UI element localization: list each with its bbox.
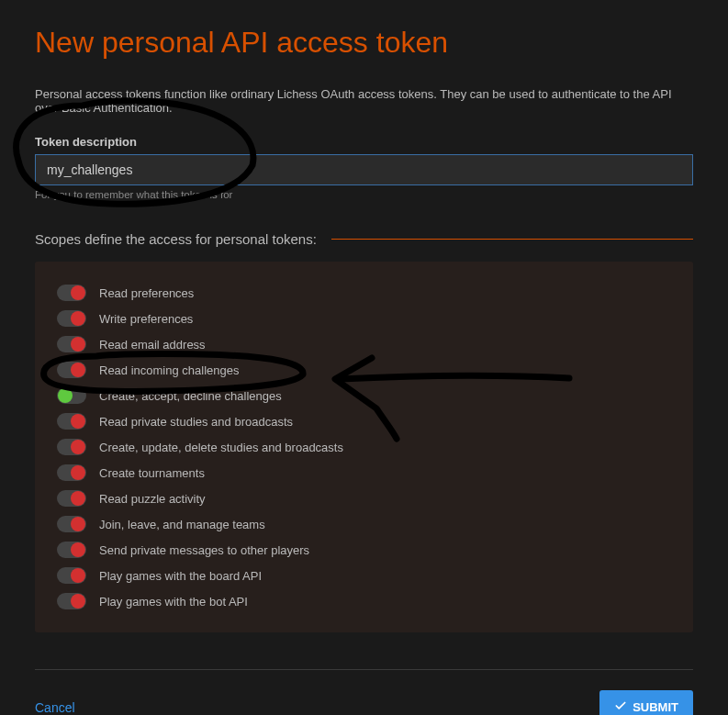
- toggle-knob: [71, 465, 85, 480]
- scope-label: Read puzzle activity: [99, 492, 206, 506]
- toggle-knob: [71, 517, 85, 531]
- cancel-button[interactable]: Cancel: [35, 700, 75, 715]
- scope-row: Read email address: [57, 331, 671, 357]
- scope-label: Read incoming challenges: [99, 363, 239, 377]
- scope-toggle[interactable]: [57, 310, 86, 327]
- scope-row: Read preferences: [57, 280, 671, 306]
- toggle-knob: [71, 311, 85, 326]
- toggle-knob: [71, 337, 85, 352]
- scope-toggle[interactable]: [57, 516, 86, 532]
- scope-row: Send private messages to other players: [57, 537, 671, 563]
- scope-row: Create, update, delete studies and broad…: [57, 434, 671, 460]
- scope-toggle[interactable]: [57, 413, 86, 430]
- scope-row: Play games with the board API: [57, 563, 671, 588]
- scope-toggle[interactable]: [57, 490, 86, 507]
- scope-label: Read preferences: [99, 286, 194, 300]
- scope-toggle[interactable]: [57, 387, 86, 404]
- scope-toggle[interactable]: [57, 567, 86, 584]
- token-description-hint: For you to remember what this token is f…: [35, 189, 693, 200]
- toggle-knob: [71, 568, 85, 583]
- scope-toggle[interactable]: [57, 439, 86, 455]
- scope-label: Create, update, delete studies and broad…: [99, 441, 343, 454]
- scope-label: Play games with the bot API: [99, 595, 248, 609]
- footer: Cancel SUBMIT: [35, 669, 693, 715]
- toggle-knob: [71, 542, 85, 557]
- scope-toggle[interactable]: [57, 285, 86, 301]
- token-description-input[interactable]: [35, 154, 693, 185]
- toggle-knob: [71, 363, 85, 377]
- scope-row: Read incoming challenges: [57, 357, 671, 383]
- scope-row: Read private studies and broadcasts: [57, 408, 671, 434]
- toggle-knob: [71, 594, 85, 609]
- scope-label: Create tournaments: [99, 466, 205, 480]
- token-description-field: Token description For you to remember wh…: [35, 135, 693, 200]
- scope-label: Write preferences: [99, 312, 193, 326]
- scope-row: Write preferences: [57, 306, 671, 331]
- scope-label: Read private studies and broadcasts: [99, 415, 293, 429]
- scopes-panel: Read preferencesWrite preferencesRead em…: [35, 262, 693, 632]
- scope-label: Create, accept, decline challenges: [99, 389, 282, 403]
- toggle-knob: [71, 414, 85, 429]
- page-description: Personal access tokens function like ord…: [35, 87, 693, 115]
- scope-toggle[interactable]: [57, 542, 86, 558]
- scope-label: Read email address: [99, 338, 206, 352]
- page-title: New personal API access token: [35, 26, 693, 60]
- scope-row: Create tournaments: [57, 460, 671, 486]
- scope-row: Join, leave, and manage teams: [57, 511, 671, 537]
- scope-row: Play games with the bot API: [57, 588, 671, 614]
- scope-toggle[interactable]: [57, 464, 86, 481]
- scope-label: Join, leave, and manage teams: [99, 518, 265, 531]
- toggle-knob: [58, 388, 73, 403]
- scope-row: Create, accept, decline challenges: [57, 383, 671, 408]
- scopes-header-text: Scopes define the access for personal to…: [35, 231, 317, 247]
- toggle-knob: [71, 285, 85, 300]
- scope-label: Play games with the board API: [99, 569, 262, 583]
- scope-toggle[interactable]: [57, 362, 86, 378]
- scope-toggle[interactable]: [57, 336, 86, 352]
- submit-button[interactable]: SUBMIT: [599, 690, 693, 715]
- token-description-label: Token description: [35, 135, 693, 149]
- toggle-knob: [71, 440, 85, 454]
- scope-row: Read puzzle activity: [57, 486, 671, 511]
- scope-label: Send private messages to other players: [99, 543, 309, 557]
- toggle-knob: [71, 491, 85, 506]
- scope-toggle[interactable]: [57, 593, 86, 609]
- scopes-header: Scopes define the access for personal to…: [35, 231, 693, 247]
- submit-button-label: SUBMIT: [633, 700, 678, 714]
- divider: [331, 239, 693, 240]
- check-icon: [614, 699, 627, 715]
